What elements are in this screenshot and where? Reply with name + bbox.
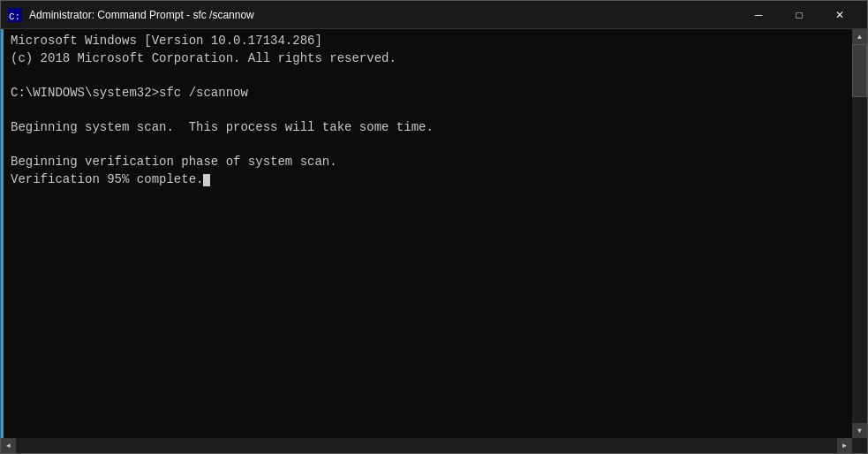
- scroll-track[interactable]: [852, 44, 867, 423]
- terminal-line: Beginning verification phase of system s…: [11, 154, 845, 171]
- terminal-line: [11, 137, 845, 155]
- vertical-scrollbar: ▲ ▼: [852, 29, 867, 438]
- scroll-left-button[interactable]: ◄: [1, 438, 16, 453]
- scroll-thumb[interactable]: [852, 44, 867, 97]
- window: C: Administrator: Command Prompt - sfc /…: [0, 0, 868, 454]
- cmd-icon: C:: [8, 8, 22, 22]
- window-body: Microsoft Windows [Version 10.0.17134.28…: [1, 29, 867, 438]
- terminal-line: (c) 2018 Microsoft Corporation. All righ…: [11, 50, 845, 68]
- horizontal-scroll-track[interactable]: [16, 438, 837, 453]
- minimize-button[interactable]: ─: [738, 1, 779, 29]
- terminal-line: C:\WINDOWS\system32>sfc /scannow: [11, 85, 845, 102]
- maximize-button[interactable]: □: [779, 1, 819, 29]
- terminal-line: Microsoft Windows [Version 10.0.17134.28…: [11, 33, 845, 50]
- terminal-line: [11, 67, 845, 85]
- terminal-cursor: [203, 174, 210, 186]
- terminal-line: Verification 95% complete.: [11, 171, 845, 189]
- terminal-output[interactable]: Microsoft Windows [Version 10.0.17134.28…: [4, 29, 852, 438]
- svg-text:C:: C:: [9, 11, 20, 22]
- scrollbar-corner: [852, 438, 867, 453]
- scroll-right-button[interactable]: ►: [837, 438, 852, 453]
- title-bar: C: Administrator: Command Prompt - sfc /…: [1, 1, 867, 29]
- scroll-down-button[interactable]: ▼: [852, 423, 867, 438]
- scroll-up-button[interactable]: ▲: [852, 29, 867, 44]
- terminal-line: [11, 102, 845, 119]
- horizontal-scrollbar: ◄ ►: [1, 438, 867, 453]
- close-button[interactable]: ✕: [819, 1, 860, 29]
- window-title: Administrator: Command Prompt - sfc /sca…: [29, 9, 738, 21]
- window-controls: ─ □ ✕: [738, 1, 860, 29]
- terminal-line: Beginning system scan. This process will…: [11, 119, 845, 137]
